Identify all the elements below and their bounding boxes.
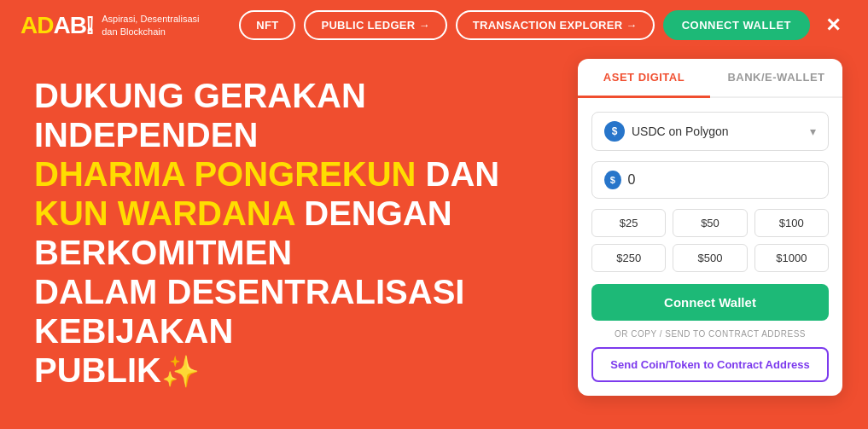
hero-line2: DHARMA PONGREKUN DAN <box>34 154 512 194</box>
main-nav: NFT PUBLIC LEDGER TRANSACTION EXPLORER C… <box>239 10 848 40</box>
card-tabs: ASET DIGITAL BANK/E-WALLET <box>578 59 842 98</box>
hero-line2-white: DAN <box>416 155 499 193</box>
twitter-icon[interactable]: ✕ <box>818 11 848 40</box>
sparkle-icon: ✨ <box>161 354 200 389</box>
connect-wallet-nav-button[interactable]: CONNECT WALLET <box>663 10 810 40</box>
public-ledger-button[interactable]: PUBLIC LEDGER <box>304 10 446 40</box>
hero-line2-yellow: DHARMA PONGREKUN <box>34 155 416 193</box>
or-copy-label: OR COPY / SEND TO CONTRACT ADDRESS <box>591 329 829 339</box>
amount-input-wrapper[interactable]: $ <box>591 161 829 199</box>
tab-aset-digital[interactable]: ASET DIGITAL <box>578 59 710 98</box>
token-label: USDC on Polygon <box>632 125 729 138</box>
connect-wallet-card-button[interactable]: Connect Wallet <box>591 284 829 321</box>
logo-tagline: Aspirasi, Desentralisasi dan Blockchain <box>102 13 213 38</box>
amount-input[interactable] <box>628 172 816 188</box>
logo-adab: ADAB! <box>20 12 93 39</box>
chevron-down-icon: ▾ <box>810 125 816 138</box>
card-body: $ USDC on Polygon ▾ $ $25 $50 $100 $250 … <box>578 98 842 396</box>
preset-250[interactable]: $250 <box>591 244 666 272</box>
preset-50[interactable]: $50 <box>673 209 747 237</box>
send-token-button[interactable]: Send Coin/Token to Contract Address <box>591 347 829 382</box>
nft-button[interactable]: NFT <box>239 10 295 40</box>
hero-line3-yellow: KUN WARDANA <box>34 194 294 232</box>
token-select-left: $ USDC on Polygon <box>604 121 729 142</box>
logo-area: ADAB! Aspirasi, Desentralisasi dan Block… <box>20 12 213 39</box>
donation-card: ASET DIGITAL BANK/E-WALLET $ USDC on Pol… <box>578 59 842 396</box>
tab-bank-ewallet[interactable]: BANK/E-WALLET <box>710 59 842 96</box>
hero-line4: DALAM DESENTRALISASI KEBIJAKAN <box>34 272 512 351</box>
usdc-icon: $ <box>604 121 625 142</box>
amount-usdc-icon: $ <box>604 171 621 189</box>
hero-line1: DUKUNG GERAKAN INDEPENDEN <box>34 76 512 154</box>
preset-1000[interactable]: $1000 <box>754 244 829 272</box>
hero-line5: PUBLIK✨ <box>34 351 512 390</box>
preset-grid: $25 $50 $100 $250 $500 $1000 <box>591 209 829 272</box>
token-selector[interactable]: $ USDC on Polygon ▾ <box>591 112 829 151</box>
hero-line3: KUN WARDANA DENGAN BERKOMITMEN <box>34 194 512 272</box>
preset-500[interactable]: $500 <box>673 244 747 272</box>
transaction-explorer-button[interactable]: TRANSACTION EXPLORER <box>456 10 655 40</box>
preset-100[interactable]: $100 <box>754 209 829 237</box>
hero-section: DUKUNG GERAKAN INDEPENDEN DHARMA PONGREK… <box>34 76 512 390</box>
hero-title: DUKUNG GERAKAN INDEPENDEN DHARMA PONGREK… <box>34 76 512 390</box>
preset-25[interactable]: $25 <box>591 209 666 237</box>
